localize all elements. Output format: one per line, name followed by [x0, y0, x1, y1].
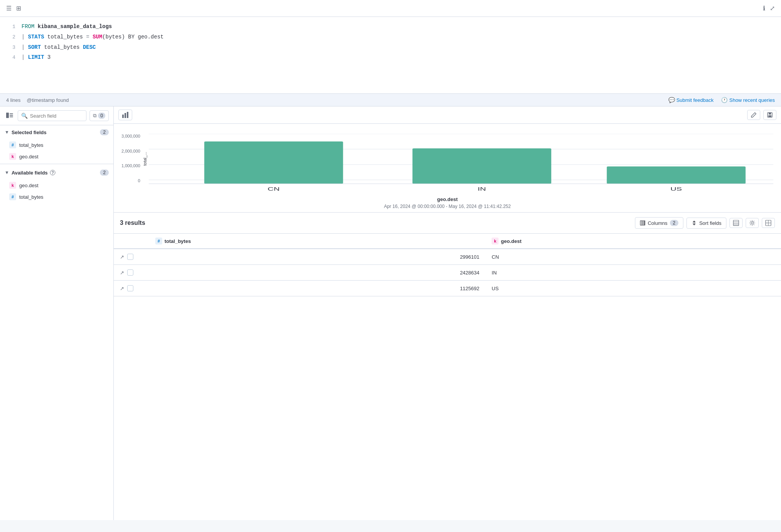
settings-button[interactable] — [746, 218, 759, 228]
geo-dest-avail-label: geo.dest — [19, 183, 38, 188]
available-fields-header[interactable]: ▼ Available fields ? 2 — [0, 166, 113, 180]
total-bytes-label: total_bytes — [19, 142, 43, 148]
row2-geo-dest: IN — [485, 265, 781, 281]
search-field-container[interactable]: 🔍 — [18, 110, 86, 121]
svg-rect-14 — [204, 141, 343, 184]
table-row: ↗ 1125692 US — [114, 281, 781, 296]
chart-subtitle: Apr 16, 2024 @ 00:00:00.000 - May 16, 20… — [121, 204, 773, 212]
sidebar: 🔍 ⧉ 0 ▼ Selected fields 2 # total_bytes — [0, 106, 114, 520]
svg-rect-21 — [640, 221, 642, 225]
pipe-4: | — [22, 54, 28, 60]
total-bytes-avail-badge: # — [9, 193, 16, 200]
columns-count: 2 — [670, 220, 679, 226]
field-total-bytes-available[interactable]: # total_bytes — [0, 191, 113, 203]
chart-type-button[interactable] — [118, 110, 132, 120]
grid-view-button[interactable] — [762, 218, 775, 228]
th-total-bytes-label: total_bytes — [165, 238, 191, 244]
svg-rect-3 — [10, 116, 13, 117]
geo-dest-label: geo.dest — [19, 154, 38, 160]
geo-dest-avail-badge: k — [9, 182, 16, 189]
var-total-bytes: total_bytes — [47, 34, 86, 40]
selected-fields-chevron: ▼ — [5, 130, 9, 135]
data-table: # total_bytes k geo.dest — [114, 234, 781, 296]
svg-rect-5 — [125, 113, 126, 118]
row3-actions: ↗ — [114, 281, 149, 296]
top-toolbar: ☰ ⊞ ℹ ⤢ — [0, 0, 781, 17]
chart-container: 3,000,000 2,000,000 1,000,000 0 total_..… — [114, 124, 781, 212]
filter-button[interactable]: ⧉ 0 — [90, 110, 109, 121]
field-geo-dest-selected[interactable]: k geo.dest — [0, 151, 113, 162]
row1-actions: ↗ — [114, 249, 149, 265]
field-total-bytes-selected[interactable]: # total_bytes — [0, 139, 113, 151]
table-row: ↗ 2996101 CN — [114, 249, 781, 265]
section-divider — [0, 164, 113, 164]
available-fields-count: 2 — [100, 170, 109, 176]
main-content: 🔍 ⧉ 0 ▼ Selected fields 2 # total_bytes — [0, 106, 781, 520]
show-recent-queries-link[interactable]: 🕐 Show recent queries — [721, 97, 775, 103]
sort-fields-label: Sort fields — [699, 220, 721, 226]
expand-icon[interactable]: ⤢ — [770, 5, 775, 12]
chart-x-title: geo.dest — [121, 196, 773, 202]
svg-rect-8 — [769, 113, 771, 115]
total-bytes-badge: # — [9, 141, 16, 148]
clock-icon: 🕐 — [721, 97, 728, 103]
sidebar-toggle-button[interactable] — [5, 111, 15, 121]
available-fields-section: ▼ Available fields ? 2 k geo.dest # tota… — [0, 166, 113, 203]
available-fields-chevron: ▼ — [5, 170, 9, 175]
y-label-3m: 3,000,000 — [121, 134, 140, 138]
code-line-1: 1 FROM kibana_sample_data_logs — [0, 22, 781, 32]
row1-geo-dest: CN — [485, 249, 781, 265]
keyword-sort: SORT — [28, 44, 44, 50]
sum-args: (bytes) BY geo.dest — [102, 34, 164, 40]
bar-chart-svg: CN IN US — [149, 134, 773, 191]
row2-checkbox[interactable] — [127, 269, 133, 276]
svg-rect-23 — [644, 221, 645, 225]
row1-expand-icon[interactable]: ↗ — [120, 254, 124, 260]
row3-checkbox[interactable] — [127, 285, 133, 291]
svg-rect-6 — [127, 112, 128, 118]
selected-fields-header[interactable]: ▼ Selected fields 2 — [0, 125, 113, 139]
svg-point-28 — [751, 222, 753, 224]
geo-dest-badge: k — [9, 153, 16, 160]
feedback-icon: 💬 — [668, 97, 675, 103]
row1-checkbox[interactable] — [127, 254, 133, 260]
edit-visualization-button[interactable] — [747, 110, 760, 120]
th-total-bytes: # total_bytes — [149, 234, 485, 249]
timestamp-status: @timestamp found — [27, 97, 69, 103]
limit-value: 3 — [47, 54, 50, 60]
table-row: ↗ 2428634 IN — [114, 265, 781, 281]
sidebar-toolbar: 🔍 ⧉ 0 — [0, 106, 113, 125]
th-total-bytes-badge: # — [155, 238, 162, 244]
row2-expand-icon[interactable]: ↗ — [120, 270, 124, 276]
code-editor[interactable]: 1 FROM kibana_sample_data_logs 2 | STATS… — [0, 17, 781, 94]
submit-feedback-link[interactable]: 💬 Submit feedback — [668, 97, 714, 103]
row3-expand-icon[interactable]: ↗ — [120, 286, 124, 291]
results-toolbar: 3 results Columns 2 Sort fi — [114, 212, 781, 234]
svg-text:CN: CN — [268, 186, 279, 191]
status-right: 💬 Submit feedback 🕐 Show recent queries — [668, 97, 775, 103]
table-view-button[interactable] — [729, 218, 743, 228]
available-fields-title: Available fields — [12, 170, 48, 176]
filter-count: 0 — [98, 113, 105, 119]
selected-fields-section: ▼ Selected fields 2 # total_bytes k geo.… — [0, 125, 113, 162]
menu-icon[interactable]: ☰ — [6, 5, 12, 12]
chart-svg-area: 3,000,000 2,000,000 1,000,000 0 total_..… — [121, 134, 773, 193]
sort-fields-button[interactable]: Sort fields — [686, 218, 726, 229]
field-geo-dest-available[interactable]: k geo.dest — [0, 180, 113, 191]
row2-actions: ↗ — [114, 265, 149, 281]
equals: = — [86, 34, 93, 40]
keyword-sum: SUM — [93, 34, 102, 40]
hash-icon[interactable]: ⊞ — [16, 5, 21, 12]
info-icon[interactable]: ℹ — [763, 5, 765, 12]
svg-rect-4 — [122, 115, 124, 118]
search-field-input[interactable] — [30, 113, 83, 119]
code-line-4: 4 | LIMIT 3 — [0, 52, 781, 63]
th-geo-dest: k geo.dest — [485, 234, 781, 249]
svg-text:IN: IN — [478, 186, 486, 191]
pipe-3: | — [22, 44, 28, 50]
columns-button[interactable]: Columns 2 — [635, 217, 683, 229]
save-visualization-button[interactable] — [763, 110, 776, 120]
status-bar: 4 lines @timestamp found 💬 Submit feedba… — [0, 94, 781, 106]
pipe-2: | — [22, 34, 28, 40]
columns-label: Columns — [648, 220, 667, 226]
